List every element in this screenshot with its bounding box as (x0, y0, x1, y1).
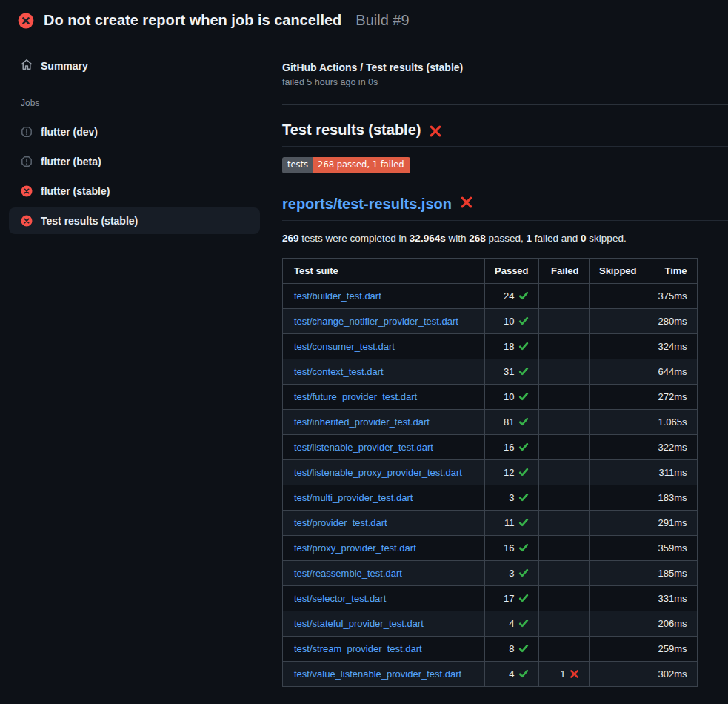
test-results-table: Test suitePassedFailedSkippedTime test/b… (282, 258, 698, 687)
suite-link[interactable]: test/future_provider_test.dart (294, 391, 417, 402)
sidebar-item-flutter-stable[interactable]: flutter (stable) (9, 178, 260, 205)
table-row: test/value_listenable_provider_test.dart… (283, 661, 698, 686)
column-header-test-suite: Test suite (283, 258, 485, 283)
suite-link[interactable]: test/reassemble_test.dart (294, 568, 402, 579)
suite-link[interactable]: test/listenable_proxy_provider_test.dart (294, 467, 462, 478)
table-row: test/proxy_provider_test.dart16359ms (283, 535, 698, 560)
suite-link[interactable]: test/proxy_provider_test.dart (294, 542, 416, 554)
passed-cell-value: 8 (509, 643, 514, 654)
suite-cell: test/multi_provider_test.dart (283, 485, 485, 510)
sidebar-item-flutter-beta[interactable]: flutter (beta) (9, 148, 260, 175)
skipped-cell (589, 636, 647, 661)
summary-number: 0 (581, 233, 587, 244)
passed-cell-value: 81 (504, 416, 514, 428)
failed-cell (538, 611, 589, 636)
failed-cell (538, 384, 589, 409)
passed-cell: 16 (485, 535, 539, 560)
suite-link[interactable]: test/consumer_test.dart (294, 341, 395, 352)
suite-cell: test/proxy_provider_test.dart (283, 535, 485, 560)
suite-link[interactable]: test/stream_provider_test.dart (294, 643, 422, 654)
passed-cell: 4 (485, 661, 539, 686)
table-row: test/inherited_provider_test.dart811.065… (283, 409, 698, 434)
time-cell: 644ms (647, 359, 697, 384)
suite-link[interactable]: test/listenable_provider_test.dart (294, 442, 433, 453)
suite-cell: test/stream_provider_test.dart (283, 636, 485, 661)
suite-link[interactable]: test/context_test.dart (294, 366, 384, 377)
column-header-time: Time (647, 258, 697, 283)
table-row: test/listenable_provider_test.dart16322m… (283, 434, 698, 459)
suite-link[interactable]: test/provider_test.dart (294, 517, 387, 528)
check-icon (518, 316, 529, 326)
suite-link[interactable]: test/inherited_provider_test.dart (294, 416, 430, 428)
cancelled-status-icon (21, 126, 33, 138)
column-header-skipped: Skipped (589, 258, 647, 283)
suite-link[interactable]: test/stateful_provider_test.dart (294, 618, 424, 629)
tests-status-badge: tests 268 passed, 1 failed (282, 157, 410, 173)
main-panel: GitHub Actions / Test results (stable) f… (282, 38, 728, 687)
check-icon (518, 442, 529, 452)
time-cell: 311ms (647, 459, 697, 485)
suite-cell: test/listenable_proxy_provider_test.dart (283, 459, 485, 485)
check-icon (518, 618, 529, 628)
suite-link[interactable]: test/value_listenable_provider_test.dart (294, 668, 461, 680)
suite-link[interactable]: test/builder_test.dart (294, 290, 381, 302)
table-row: test/change_notifier_provider_test.dart1… (283, 308, 698, 333)
passed-cell-value: 4 (509, 618, 514, 629)
passed-cell-value: 3 (509, 568, 514, 579)
skipped-cell (589, 560, 647, 585)
check-icon (518, 492, 529, 502)
sidebar-summary-label: Summary (41, 60, 88, 72)
passed-cell: 31 (485, 359, 539, 384)
suite-cell: test/builder_test.dart (283, 283, 485, 308)
passed-cell: 17 (485, 585, 539, 611)
time-cell: 375ms (647, 283, 697, 308)
report-file-link[interactable]: reports/test-results.json (282, 196, 452, 213)
passed-cell: 11 (485, 510, 539, 535)
failed-cell (538, 409, 589, 434)
passed-cell-value: 16 (504, 542, 514, 554)
suite-cell: test/change_notifier_provider_test.dart (283, 308, 485, 333)
suite-cell: test/value_listenable_provider_test.dart (283, 661, 485, 686)
sidebar-item-test-results-stable[interactable]: Test results (stable) (9, 207, 260, 234)
run-build-number: Build #9 (355, 12, 409, 29)
table-row: test/selector_test.dart17331ms (283, 585, 698, 611)
sidebar-jobs-heading: Jobs (21, 98, 282, 108)
failed-cell (538, 510, 589, 535)
passed-cell: 10 (485, 384, 539, 409)
check-icon (518, 391, 529, 402)
skipped-cell (589, 434, 647, 459)
run-header: Do not create report when job is cancell… (0, 0, 728, 38)
time-cell: 259ms (647, 636, 697, 661)
suite-link[interactable]: test/change_notifier_provider_test.dart (294, 316, 458, 327)
failed-status-icon (21, 185, 33, 197)
summary-sentence: 269 tests were completed in 32.964s with… (282, 233, 728, 244)
suite-cell: test/provider_test.dart (283, 510, 485, 535)
passed-cell-value: 10 (504, 391, 514, 402)
skipped-cell (589, 333, 647, 359)
suite-link[interactable]: test/selector_test.dart (294, 593, 386, 604)
section-title: Test results (stable) (282, 122, 421, 139)
cancelled-status-icon (21, 156, 33, 167)
table-row: test/provider_test.dart11291ms (283, 510, 698, 535)
time-cell: 359ms (647, 535, 697, 560)
table-row: test/consumer_test.dart18324ms (283, 333, 698, 359)
table-header-row: Test suitePassedFailedSkippedTime (283, 258, 698, 283)
passed-cell: 18 (485, 333, 539, 359)
sidebar-item-summary[interactable]: Summary (0, 53, 282, 79)
skipped-cell (589, 611, 647, 636)
table-row: test/stateful_provider_test.dart4206ms (283, 611, 698, 636)
time-cell: 183ms (647, 485, 697, 510)
sidebar-jobs-list: flutter (dev)flutter (beta)flutter (stab… (0, 119, 282, 234)
suite-link[interactable]: test/multi_provider_test.dart (294, 492, 413, 503)
skipped-cell (589, 384, 647, 409)
table-row: test/future_provider_test.dart10272ms (283, 384, 698, 409)
check-icon (518, 341, 529, 351)
sidebar-item-flutter-dev[interactable]: flutter (dev) (9, 119, 260, 145)
failed-cell (538, 308, 589, 333)
summary-number: 269 (282, 233, 299, 244)
failed-cell (538, 560, 589, 585)
time-cell: 1.065s (647, 409, 697, 434)
summary-text: failed and (532, 233, 581, 244)
passed-cell-value: 11 (504, 517, 515, 528)
passed-cell-value: 31 (504, 366, 514, 377)
